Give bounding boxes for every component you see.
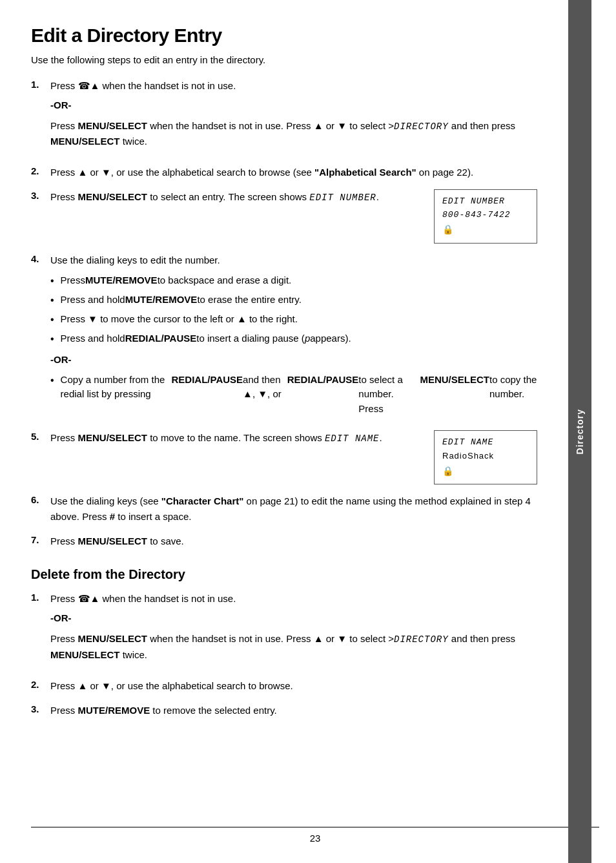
edit-step-6: 6. Use the dialing keys (see "Character … (31, 494, 537, 525)
redial-pause-bold-2: REDIAL/PAUSE (172, 373, 243, 388)
step-number: 5. (31, 430, 50, 442)
edit-step-7: 7. Press MENU/SELECT to save. (31, 534, 537, 549)
step-text: Press MENU/SELECT to select an entry. Th… (50, 189, 422, 205)
delete-step-3: 3. Press MUTE/REMOVE to remove the selec… (31, 703, 537, 718)
mute-remove-bold: MUTE/REMOVE (85, 273, 158, 288)
step-number: 4. (31, 253, 50, 264)
redial-pause-bold-3: REDIAL/PAUSE (287, 373, 359, 388)
menu-select-bold-2: MENU/SELECT (50, 136, 120, 147)
step-body: Press ▲ or ▼, or use the alphabetical se… (50, 678, 537, 694)
or-divider: -OR- (50, 98, 537, 113)
intro-text: Use the following steps to edit an entry… (31, 53, 537, 68)
mute-remove-bold: MUTE/REMOVE (78, 705, 150, 716)
screen-line-1: EDIT NUMBER (442, 195, 529, 209)
step-body: Use the dialing keys (see "Character Cha… (50, 494, 537, 525)
step-4-bullets: Press MUTE/REMOVE to backspace and erase… (50, 273, 537, 347)
edit-step-3: 3. Press MENU/SELECT to select an entry.… (31, 189, 537, 244)
menu-select-bold-3: MENU/SELECT (420, 373, 489, 388)
page-title: Edit a Directory Entry (31, 25, 537, 47)
redial-pause-bold: REDIAL/PAUSE (125, 331, 197, 346)
step-body: Press MENU/SELECT to select an entry. Th… (50, 189, 537, 244)
lock-icon: 🔒 (442, 223, 529, 237)
step-with-screen: Press MENU/SELECT to select an entry. Th… (50, 189, 537, 244)
or-divider: -OR- (50, 610, 537, 626)
delete-section-heading: Delete from the Directory (31, 567, 537, 582)
bullet-item: Press and hold REDIAL/PAUSE to insert a … (50, 331, 537, 347)
bullet-item: Press and hold MUTE/REMOVE to erase the … (50, 293, 537, 308)
bullet-item: Press ▼ to move the cursor to the left o… (50, 312, 537, 328)
step-text: Press ☎▲ when the handset is not in use. (50, 593, 236, 604)
step-number: 7. (31, 534, 50, 545)
step-body: Press MENU/SELECT to move to the name. T… (50, 430, 537, 484)
edit-name-screen: EDIT NAME (325, 433, 380, 444)
step-number: 2. (31, 678, 50, 690)
edit-step-5: 5. Press MENU/SELECT to move to the name… (31, 430, 537, 484)
char-chart-bold: "Character Chart" (161, 495, 244, 506)
edit-step-1: 1. Press ☎▲ when the handset is not in u… (31, 78, 537, 156)
step-text: Press MENU/SELECT to move to the name. T… (50, 430, 422, 446)
directory-screen-text-2: DIRECTORY (394, 634, 449, 645)
sidebar-label: Directory (575, 409, 585, 454)
screen-display-edit-name: EDIT NAME RadioShack 🔒 (434, 430, 537, 484)
menu-select-bold: MENU/SELECT (78, 633, 148, 644)
screen-line-2: RadioShack (442, 450, 529, 463)
lock-icon: 🔒 (442, 464, 529, 479)
edit-number-screen: EDIT NUMBER (309, 192, 376, 203)
delete-step-1: 1. Press ☎▲ when the handset is not in u… (31, 591, 537, 669)
step-number: 3. (31, 703, 50, 714)
alpha-search-bold: "Alphabetical Search" (314, 167, 416, 178)
step-text: Press ☎▲ when the handset is not in use. (50, 80, 236, 91)
mute-remove-bold-2: MUTE/REMOVE (125, 293, 198, 307)
page-wrapper: Edit a Directory Entry Use the following… (0, 0, 616, 863)
bullet-item: Copy a number from the redial list by pr… (50, 373, 537, 417)
step-number: 1. (31, 591, 50, 603)
step-body: Press ▲ or ▼, or use the alphabetical se… (50, 165, 537, 180)
directory-screen-text: DIRECTORY (394, 121, 449, 132)
menu-select-bold: MENU/SELECT (78, 535, 148, 546)
step-number: 2. (31, 165, 50, 176)
pause-p-italic: p (305, 331, 310, 346)
hash-bold: # (110, 511, 115, 522)
step-body: Press MUTE/REMOVE to remove the selected… (50, 703, 537, 718)
screen-display-edit-number: EDIT NUMBER 800-843-7422 🔒 (434, 189, 537, 244)
step-number: 6. (31, 494, 50, 505)
menu-select-bold: MENU/SELECT (78, 191, 148, 202)
step-body: Press MENU/SELECT to save. (50, 534, 537, 549)
menu-select-bold: MENU/SELECT (78, 432, 148, 443)
step-body: Press ☎▲ when the handset is not in use.… (50, 78, 537, 156)
main-content: Edit a Directory Entry Use the following… (0, 0, 568, 863)
step-body: Use the dialing keys to edit the number.… (50, 253, 537, 422)
or-subtext: Press MENU/SELECT when the handset is no… (50, 118, 537, 149)
or-divider: -OR- (50, 352, 537, 368)
delete-step-2: 2. Press ▲ or ▼, or use the alphabetical… (31, 678, 537, 694)
screen-line-2: 800-843-7422 (442, 209, 529, 222)
menu-select-bold: MENU/SELECT (78, 120, 148, 131)
menu-select-bold-2: MENU/SELECT (50, 649, 120, 660)
step-with-screen: Press MENU/SELECT to move to the name. T… (50, 430, 537, 484)
step-number: 1. (31, 78, 50, 90)
bullet-item: Press MUTE/REMOVE to backspace and erase… (50, 273, 537, 289)
page-footer: 23 (31, 827, 599, 844)
edit-step-2: 2. Press ▲ or ▼, or use the alphabetical… (31, 165, 537, 180)
page-number: 23 (310, 833, 321, 844)
or-subtext: Press MENU/SELECT when the handset is no… (50, 631, 537, 662)
step-4-or-bullets: Copy a number from the redial list by pr… (50, 373, 537, 417)
screen-line-1: EDIT NAME (442, 436, 529, 450)
step-body: Press ☎▲ when the handset is not in use.… (50, 591, 537, 669)
sidebar-tab: Directory (568, 0, 591, 863)
step-number: 3. (31, 189, 50, 201)
edit-step-4: 4. Use the dialing keys to edit the numb… (31, 253, 537, 422)
